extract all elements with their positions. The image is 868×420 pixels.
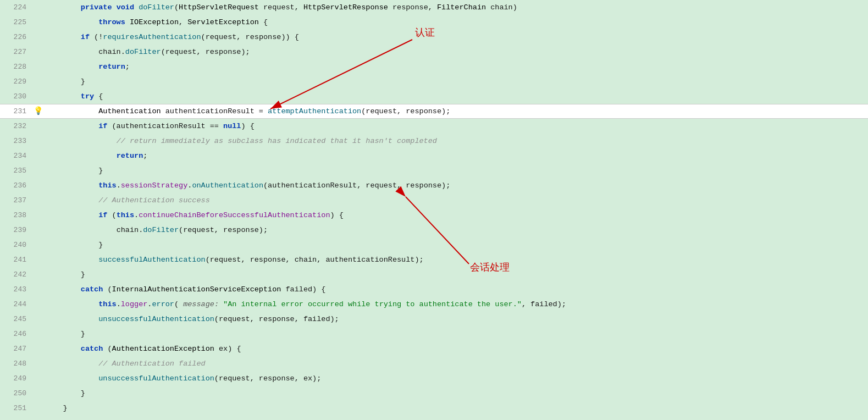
code-line-241: 241 successfulAuthentication(request, re… xyxy=(0,252,868,267)
line-content-250: } xyxy=(43,386,868,401)
line-content-248: // Authentication failed xyxy=(43,356,868,371)
code-line-228: 228 return; xyxy=(0,59,868,74)
code-line-242: 242 } xyxy=(0,267,868,282)
line-content-251: } xyxy=(43,401,868,416)
line-content-226: if (!requiresAuthentication(request, res… xyxy=(43,30,868,45)
code-line-236: 236 this.sessionStrategy.onAuthenticatio… xyxy=(0,178,868,193)
line-content-242: } xyxy=(43,267,868,282)
line-number-229: 229 xyxy=(0,74,33,89)
code-line-249: 249 unsuccessfulAuthentication(request, … xyxy=(0,371,868,386)
code-line-231: 231💡 Authentication authenticationResult… xyxy=(0,104,868,119)
line-content-246: } xyxy=(43,327,868,341)
code-line-232: 232 if (authenticationResult == null) { xyxy=(0,119,868,134)
line-number-238: 238 xyxy=(0,208,33,223)
line-content-231: Authentication authenticationResult = at… xyxy=(43,104,868,119)
line-content-224: private void doFilter(HttpServletRequest… xyxy=(43,0,868,15)
line-number-230: 230 xyxy=(0,89,33,104)
line-number-237: 237 xyxy=(0,193,33,208)
line-number-224: 224 xyxy=(0,0,33,15)
code-line-226: 226 if (!requiresAuthentication(request,… xyxy=(0,30,868,45)
code-line-250: 250 } xyxy=(0,386,868,401)
code-line-244: 244 this.logger.error( message: "An inte… xyxy=(0,297,868,312)
line-number-231: 231 xyxy=(0,104,33,119)
code-line-252: 252 xyxy=(0,416,868,420)
line-number-226: 226 xyxy=(0,30,33,45)
code-line-251: 251 } xyxy=(0,401,868,416)
code-line-233: 233 // return immediately as subclass ha… xyxy=(0,134,868,148)
line-number-236: 236 xyxy=(0,178,33,193)
line-number-246: 246 xyxy=(0,327,33,341)
line-number-240: 240 xyxy=(0,237,33,252)
line-content-247: catch (AuthenticationException ex) { xyxy=(43,341,868,356)
code-line-245: 245 unsuccessfulAuthentication(request, … xyxy=(0,312,868,327)
line-content-236: this.sessionStrategy.onAuthentication(au… xyxy=(43,178,868,193)
line-content-249: unsuccessfulAuthentication(request, resp… xyxy=(43,371,868,386)
line-content-234: return; xyxy=(43,148,868,163)
code-line-227: 227 chain.doFilter(request, response); xyxy=(0,45,868,59)
line-number-241: 241 xyxy=(0,252,33,267)
line-number-252: 252 xyxy=(0,416,33,420)
code-line-246: 246 } xyxy=(0,327,868,341)
line-content-241: successfulAuthentication(request, respon… xyxy=(43,252,868,267)
line-number-245: 245 xyxy=(0,312,33,327)
code-editor: 224 private void doFilter(HttpServletReq… xyxy=(0,0,868,420)
code-line-243: 243 catch (InternalAuthenticationService… xyxy=(0,282,868,297)
line-number-234: 234 xyxy=(0,148,33,163)
line-number-251: 251 xyxy=(0,401,33,416)
line-number-232: 232 xyxy=(0,119,33,134)
line-content-245: unsuccessfulAuthentication(request, resp… xyxy=(43,312,868,327)
code-line-237: 237 // Authentication success xyxy=(0,193,868,208)
line-content-230: try { xyxy=(43,89,868,104)
line-content-235: } xyxy=(43,163,868,178)
code-line-229: 229 } xyxy=(0,74,868,89)
line-content-244: this.logger.error( message: "An internal… xyxy=(43,297,868,312)
line-number-248: 248 xyxy=(0,356,33,371)
code-line-238: 238 if (this.continueChainBeforeSuccessf… xyxy=(0,208,868,223)
line-number-233: 233 xyxy=(0,134,33,148)
code-line-224: 224 private void doFilter(HttpServletReq… xyxy=(0,0,868,15)
line-content-228: return; xyxy=(43,59,868,74)
line-content-243: catch (InternalAuthenticationServiceExce… xyxy=(43,282,868,297)
code-line-234: 234 return; xyxy=(0,148,868,163)
line-content-233: // return immediately as subclass has in… xyxy=(43,134,868,148)
code-line-247: 247 catch (AuthenticationException ex) { xyxy=(0,341,868,356)
line-content-229: } xyxy=(43,74,868,89)
code-line-225: 225 throws IOException, ServletException… xyxy=(0,15,868,30)
line-number-244: 244 xyxy=(0,297,33,312)
line-gutter-231: 💡 xyxy=(33,104,43,119)
code-line-235: 235 } xyxy=(0,163,868,178)
line-content-232: if (authenticationResult == null) { xyxy=(43,119,868,134)
code-line-248: 248 // Authentication failed xyxy=(0,356,868,371)
line-content-238: if (this.continueChainBeforeSuccessfulAu… xyxy=(43,208,868,223)
line-number-228: 228 xyxy=(0,59,33,74)
code-line-240: 240 } xyxy=(0,237,868,252)
code-line-239: 239 chain.doFilter(request, response); xyxy=(0,223,868,237)
line-number-242: 242 xyxy=(0,267,33,282)
line-content-227: chain.doFilter(request, response); xyxy=(43,45,868,59)
line-content-237: // Authentication success xyxy=(43,193,868,208)
line-number-227: 227 xyxy=(0,45,33,59)
line-number-239: 239 xyxy=(0,223,33,237)
line-number-235: 235 xyxy=(0,163,33,178)
code-lines: 224 private void doFilter(HttpServletReq… xyxy=(0,0,868,420)
line-number-247: 247 xyxy=(0,341,33,356)
line-content-225: throws IOException, ServletException { xyxy=(43,15,868,30)
line-content-239: chain.doFilter(request, response); xyxy=(43,223,868,237)
code-line-230: 230 try { xyxy=(0,89,868,104)
line-number-250: 250 xyxy=(0,386,33,401)
bulb-icon: 💡 xyxy=(34,104,43,119)
line-number-243: 243 xyxy=(0,282,33,297)
line-number-225: 225 xyxy=(0,15,33,30)
line-content-240: } xyxy=(43,237,868,252)
line-number-249: 249 xyxy=(0,371,33,386)
